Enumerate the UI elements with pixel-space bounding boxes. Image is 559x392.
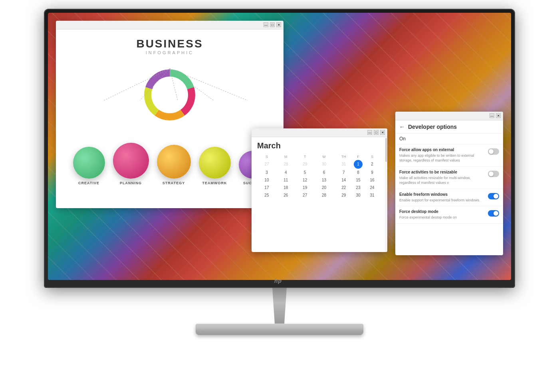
cal-close-button[interactable]: ✕	[380, 130, 385, 135]
devopt-item-desc-3: Enable support for experimental freeform…	[399, 198, 485, 203]
calendar-month: March	[257, 141, 382, 150]
infographic-titlebar: — □ ✕	[56, 21, 283, 30]
calendar-week-4: 17 18 19 20 22 23 24	[257, 184, 382, 191]
circle-planning: PLANNING	[113, 143, 149, 185]
devopt-status: On	[395, 134, 503, 144]
devopt-item-desc-2: Make all activities resizable for multi-…	[399, 175, 485, 185]
minimize-button[interactable]: —	[264, 22, 268, 27]
back-icon[interactable]: ←	[399, 124, 405, 130]
devopt-item-text-2: Force activities to be resizable Make al…	[399, 170, 485, 185]
calendar-week-3: 10 11 12 13 14 15 16	[257, 176, 382, 184]
devopt-header: ← Developer options	[395, 120, 503, 134]
devopt-item-desc-1: Makes any app eligible to be written to …	[399, 153, 485, 163]
devopt-title: Developer options	[408, 124, 457, 130]
devopt-item-text-4: Force desktop mode Force experimental de…	[399, 209, 485, 220]
calendar-body: March S M T W TH F S	[252, 137, 387, 203]
calendar-titlebar: — □ ✕	[252, 128, 387, 137]
calendar-week-5: 25 26 27 28 29 30 31	[257, 191, 382, 199]
day-header-f: F	[354, 154, 363, 160]
monitor-stand-neck	[268, 288, 291, 324]
devopt-item-text-1: Force allow apps on external Makes any a…	[399, 148, 485, 163]
circle-label-planning: PLANNING	[120, 181, 142, 185]
infographic-content: BUSINESS INFOGRAPHIC	[56, 30, 283, 208]
day-header-s2: S	[363, 154, 382, 160]
title-main: BUSINESS	[136, 37, 203, 50]
toggle-1[interactable]	[488, 148, 499, 155]
cal-minimize-button[interactable]: —	[367, 130, 372, 135]
devopt-item-2: Force activities to be resizable Make al…	[395, 167, 503, 189]
circle-label-strategy: STRATEGY	[163, 181, 185, 185]
svg-point-5	[154, 79, 186, 111]
day-header-t1: T	[295, 154, 315, 160]
calendar-window[interactable]: — □ ✕ March S M T W TH	[252, 128, 387, 252]
day-header-th: TH	[333, 154, 354, 160]
devopt-minimize-button[interactable]: —	[490, 113, 494, 118]
devopt-item-title-3: Enable freeform windows	[399, 192, 485, 197]
devopt-item-desc-4: Force experimental destop mode on	[399, 215, 485, 220]
devopt-item-4: Force desktop mode Force experimental de…	[395, 206, 503, 224]
circle-label-teamwork: TEAMWORK	[202, 181, 227, 185]
calendar-scrollbar-thumb[interactable]	[385, 138, 387, 162]
devopt-item-title-2: Force activities to be resizable	[399, 170, 485, 174]
title-sub: INFOGRAPHIC	[136, 50, 203, 55]
devopt-item-title-4: Force desktop mode	[399, 209, 485, 214]
circle-creative: CREATIVE	[73, 147, 105, 185]
monitor-screen: — □ ✕ BUSINESS INFOGRAPHIC	[48, 13, 511, 280]
developer-options-window[interactable]: — ✕ ← Developer options On Force allow a…	[395, 112, 503, 255]
cal-maximize-button[interactable]: □	[374, 130, 379, 135]
calendar-scrollbar[interactable]	[385, 137, 387, 252]
infographic-window[interactable]: — □ ✕ BUSINESS INFOGRAPHIC	[56, 21, 283, 208]
circle-strategy: STRATEGY	[157, 145, 191, 185]
circle-ball-creative	[73, 147, 105, 179]
circle-teamwork: TEAMWORK	[199, 147, 231, 185]
monitor-bezel: — □ ✕ BUSINESS INFOGRAPHIC	[44, 9, 515, 288]
devopt-item-3: Enable freeform windows Enable support f…	[395, 189, 503, 207]
toggle-3[interactable]	[488, 193, 499, 199]
circle-ball-strategy	[157, 145, 191, 179]
devopt-item-1: Force allow apps on external Makes any a…	[395, 144, 503, 167]
infographic-title: BUSINESS INFOGRAPHIC	[136, 37, 203, 55]
devopt-close-button[interactable]: ✕	[496, 113, 501, 118]
devopt-item-text-3: Enable freeform windows Enable support f…	[399, 192, 485, 203]
toggle-2[interactable]	[488, 171, 499, 177]
toggle-4[interactable]	[488, 210, 499, 217]
calendar-grid: S M T W TH F S 27	[257, 154, 382, 199]
devopt-titlebar: — ✕	[395, 112, 503, 120]
day-header-s1: S	[257, 154, 276, 160]
svg-text:hp: hp	[274, 278, 282, 284]
devopt-item-title-1: Force allow apps on external	[399, 148, 485, 152]
calendar-week-1: 27 28 29 30 31 1 2	[257, 160, 382, 169]
circle-ball-planning	[113, 143, 149, 179]
circle-ball-teamwork	[199, 147, 231, 179]
calendar-week-2: 3 4 5 6 7 8 9	[257, 169, 382, 176]
day-header-m: M	[276, 154, 295, 160]
day-header-w: W	[315, 154, 334, 160]
close-button[interactable]: ✕	[276, 22, 281, 27]
circles-row: CREATIVE PLANNING STRATEGY TEAMWORK	[73, 143, 267, 185]
hp-logo: hp	[274, 276, 285, 286]
monitor-stand-base	[196, 324, 363, 335]
donut-chart	[138, 63, 202, 127]
maximize-button[interactable]: □	[270, 22, 275, 27]
circle-label-creative: CREATIVE	[78, 181, 99, 185]
monitor-wrapper: — □ ✕ BUSINESS INFOGRAPHIC	[40, 9, 519, 384]
